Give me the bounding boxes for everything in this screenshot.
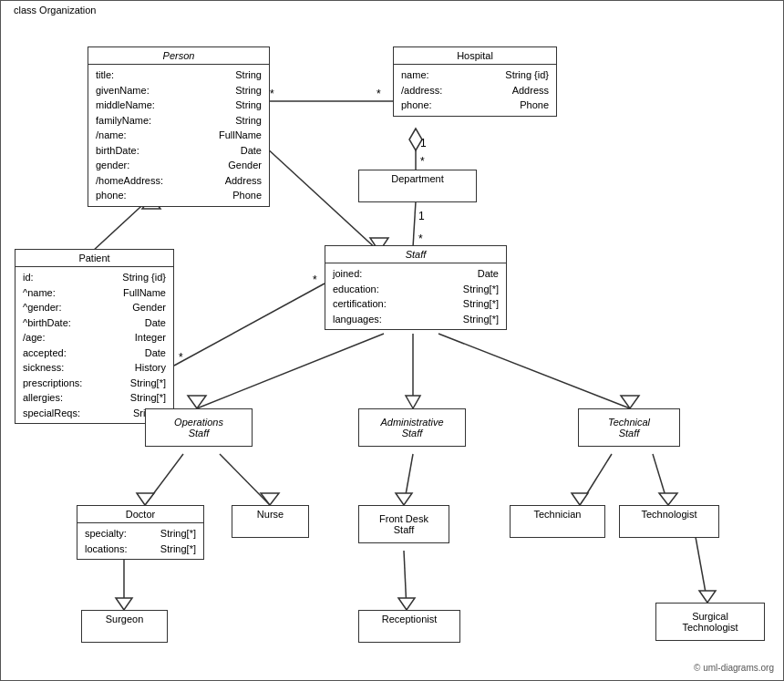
surgical-technologist-class: SurgicalTechnologist [655, 603, 765, 641]
person-title: Person [88, 47, 269, 65]
svg-line-14 [197, 334, 384, 408]
svg-marker-35 [699, 591, 716, 603]
patient-class: Patient id:String {id} ^name:FullName ^g… [15, 249, 174, 424]
svg-marker-21 [137, 493, 154, 505]
technician-title: Technician [511, 506, 604, 522]
diagram-title: class Organization [10, 5, 100, 15]
doctor-attrs: specialty:String[*] locations:String[*] [77, 523, 203, 559]
staff-title: Staff [325, 246, 506, 263]
copyright: © uml-diagrams.org [694, 663, 774, 673]
nurse-class: Nurse [232, 505, 309, 538]
hospital-class: Hospital name:String {id} /address:Addre… [393, 46, 557, 117]
surgical-technologist-title: SurgicalTechnologist [656, 604, 764, 640]
hospital-title: Hospital [394, 47, 556, 65]
svg-text:*: * [377, 88, 381, 100]
operations-staff-class: OperationsStaff [145, 408, 253, 447]
patient-title: Patient [15, 250, 173, 267]
svg-marker-19 [621, 396, 639, 408]
svg-marker-25 [396, 493, 412, 505]
hospital-attrs: name:String {id} /address:Address phone:… [394, 65, 556, 116]
doctor-title: Doctor [77, 506, 203, 523]
technologist-title: Technologist [620, 506, 718, 522]
svg-line-20 [145, 454, 183, 505]
department-title: Department [359, 170, 476, 187]
svg-text:1: 1 [418, 210, 425, 222]
svg-text:*: * [420, 155, 425, 168]
staff-attrs: joined:Date education:String[*] certific… [325, 263, 506, 329]
receptionist-title: Receptionist [359, 611, 459, 627]
administrative-staff-class: AdministrativeStaff [358, 408, 466, 447]
technician-class: Technician [510, 505, 605, 538]
svg-marker-17 [406, 396, 420, 408]
svg-marker-15 [188, 396, 206, 408]
front-desk-staff-title: Front DeskStaff [359, 506, 449, 542]
svg-line-18 [438, 334, 630, 408]
patient-attrs: id:String {id} ^name:FullName ^gender:Ge… [15, 267, 173, 423]
doctor-class: Doctor specialty:String[*] locations:Str… [77, 505, 204, 560]
department-class: Department [358, 170, 477, 202]
svg-line-28 [653, 454, 668, 505]
svg-marker-27 [572, 493, 588, 505]
person-class: Person title:String givenName:String mid… [88, 46, 270, 207]
svg-line-36 [174, 284, 325, 366]
surgeon-class: Surgeon [81, 610, 168, 643]
operations-staff-title: OperationsStaff [146, 409, 252, 446]
svg-line-26 [580, 454, 612, 505]
technical-staff-title: TechnicalStaff [579, 409, 679, 446]
person-attrs: title:String givenName:String middleName… [88, 65, 269, 206]
svg-text:*: * [313, 273, 317, 286]
svg-line-7 [413, 201, 416, 247]
surgeon-title: Surgeon [82, 611, 167, 627]
svg-line-22 [220, 454, 270, 505]
technical-staff-class: TechnicalStaff [578, 408, 680, 447]
svg-line-34 [696, 537, 707, 603]
svg-text:*: * [179, 351, 183, 364]
svg-line-32 [404, 551, 407, 610]
svg-text:*: * [270, 88, 274, 100]
svg-marker-33 [398, 598, 415, 610]
svg-text:1: 1 [420, 137, 427, 150]
administrative-staff-title: AdministrativeStaff [359, 409, 465, 446]
svg-marker-29 [659, 493, 677, 505]
svg-line-24 [404, 454, 413, 505]
svg-marker-4 [409, 129, 422, 150]
front-desk-staff-class: Front DeskStaff [358, 505, 449, 543]
technologist-class: Technologist [619, 505, 719, 538]
diagram-container: class Organization * * 1 * 1 * [0, 0, 784, 681]
svg-marker-23 [261, 493, 279, 505]
svg-marker-31 [116, 598, 132, 610]
receptionist-class: Receptionist [358, 610, 460, 643]
svg-text:*: * [418, 232, 423, 245]
staff-class: Staff joined:Date education:String[*] ce… [325, 245, 507, 330]
nurse-title: Nurse [232, 506, 308, 522]
